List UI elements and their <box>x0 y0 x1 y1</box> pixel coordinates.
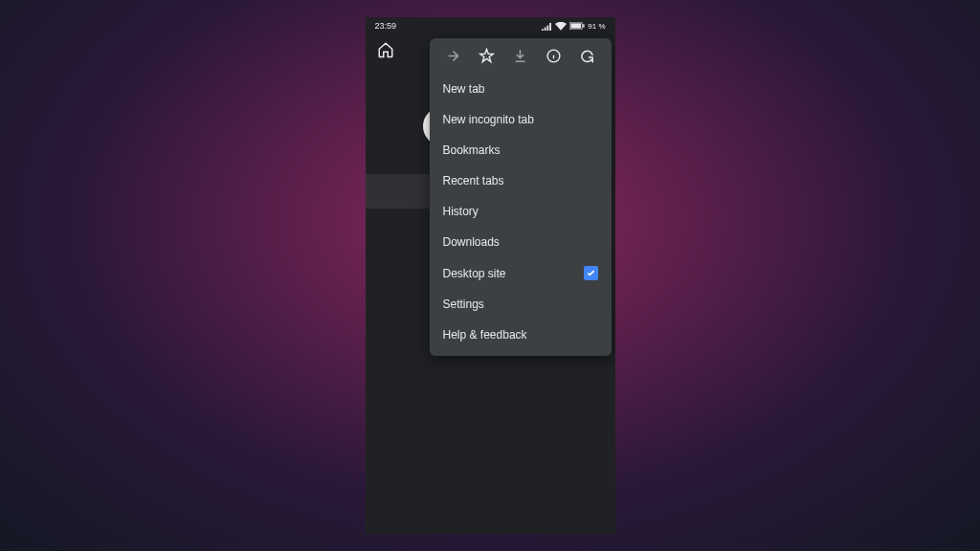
menu-label: Help & feedback <box>443 328 527 342</box>
menu-label: Recent tabs <box>443 174 504 187</box>
svg-rect-2 <box>583 24 584 28</box>
svg-rect-1 <box>571 23 582 28</box>
menu-label: History <box>443 205 479 218</box>
desktop-site-checkbox[interactable] <box>584 266 598 280</box>
menu-downloads[interactable]: Downloads <box>430 227 612 257</box>
star-icon[interactable] <box>479 48 495 64</box>
menu-icon-row <box>430 38 612 74</box>
signal-icon <box>542 22 552 31</box>
status-icons: 91 % <box>542 22 605 31</box>
overflow-menu: New tab New incognito tab Bookmarks Rece… <box>430 38 612 356</box>
status-bar: 23:59 91 % <box>366 17 615 34</box>
check-icon <box>586 268 596 278</box>
menu-history[interactable]: History <box>430 196 612 227</box>
battery-percent: 91 % <box>588 22 605 31</box>
menu-label: Desktop site <box>443 267 506 280</box>
info-icon[interactable] <box>546 48 562 64</box>
battery-icon <box>569 22 585 30</box>
menu-settings[interactable]: Settings <box>430 289 612 320</box>
menu-bookmarks[interactable]: Bookmarks <box>430 135 612 165</box>
refresh-icon[interactable] <box>579 48 595 64</box>
menu-new-incognito[interactable]: New incognito tab <box>430 104 612 135</box>
phone-screen: 23:59 91 % Search or <box>366 17 615 534</box>
menu-label: New incognito tab <box>443 113 534 126</box>
forward-icon[interactable] <box>445 48 461 64</box>
menu-label: Downloads <box>443 235 500 249</box>
status-time: 23:59 <box>375 21 397 31</box>
menu-label: Settings <box>443 298 484 311</box>
wifi-icon <box>555 22 567 31</box>
home-button[interactable] <box>377 41 394 62</box>
menu-recent-tabs[interactable]: Recent tabs <box>430 165 612 196</box>
menu-desktop-site[interactable]: Desktop site <box>430 257 612 289</box>
download-icon[interactable] <box>512 48 528 64</box>
menu-label: Bookmarks <box>443 143 501 157</box>
menu-new-tab[interactable]: New tab <box>430 74 612 104</box>
menu-help[interactable]: Help & feedback <box>430 320 612 350</box>
menu-label: New tab <box>443 82 485 96</box>
